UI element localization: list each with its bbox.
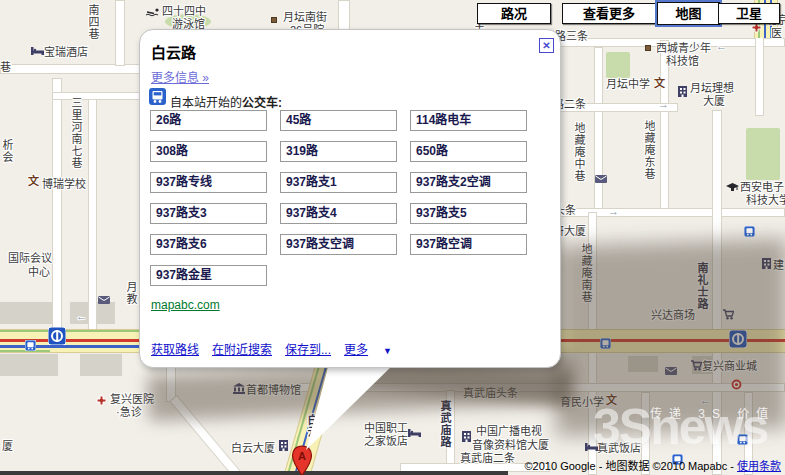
bus-route-grid: 26路45路114路电车308路319路650路937路专线937路支1937路… — [150, 110, 552, 296]
building-block — [0, 354, 58, 376]
bus-route-button[interactable]: 937路支1 — [280, 172, 397, 193]
bus-route-button[interactable]: 308路 — [150, 141, 267, 162]
map-label: 国际会议 — [8, 252, 52, 265]
see-more-button[interactable]: 查看更多 — [562, 3, 656, 24]
bus-route-button[interactable]: 937路金星 — [150, 265, 267, 286]
map-label: 博瑞学校 — [42, 178, 86, 191]
bus-route-button[interactable]: 114路电车 — [410, 110, 527, 131]
street — [594, 47, 603, 212]
more-info-link[interactable]: 更多信息 » — [151, 68, 209, 85]
map-label: 南四巷 — [86, 4, 99, 40]
cross-icon — [96, 395, 107, 406]
map-label: 中心 — [28, 266, 50, 279]
marker-a[interactable]: A — [291, 445, 313, 475]
bus-route-button[interactable]: 937路支空调 — [280, 234, 397, 255]
street-direction-arrow: ← — [76, 310, 87, 323]
park-area — [746, 128, 780, 180]
map-label: 科技大学 — [746, 194, 785, 207]
dot-icon — [645, 45, 651, 51]
map-label: 医 — [771, 27, 782, 40]
popup-title: 白云路 — [151, 41, 196, 62]
building-icon — [678, 86, 687, 97]
close-icon[interactable]: ✕ — [539, 38, 554, 53]
watermark-slogan: 传递 3S 价值 — [650, 404, 775, 421]
map-label: 巷 — [0, 61, 11, 74]
bus-route-button[interactable]: 937路支4 — [280, 203, 397, 224]
info-popup: 白云路 更多信息 » 自本站开始的公交车: 26路45路114路电车308路31… — [139, 29, 561, 368]
map-label: 真武庙二条 — [460, 452, 515, 465]
bus-route-button[interactable]: 45路 — [280, 110, 397, 131]
hotel-icon — [31, 46, 44, 56]
map-label: 月坛中学 — [606, 78, 650, 91]
map-label: 音像资料馆大厦 — [472, 439, 549, 452]
terms-link[interactable]: 使用条款 — [737, 460, 781, 472]
bus-route-button[interactable]: 937路支3 — [150, 203, 267, 224]
bus-route-button[interactable]: 937路支2空调 — [410, 172, 527, 193]
traffic-button[interactable]: 路况 — [477, 3, 551, 24]
bottom-strip — [0, 471, 508, 475]
map-label: 月坛理想 — [690, 82, 734, 95]
building-block — [0, 302, 55, 324]
map-label: 析会 — [0, 139, 13, 163]
swim-icon — [146, 8, 160, 17]
map-label: 月坛南街 — [283, 11, 327, 24]
map-label: 白云大厦 — [231, 442, 275, 455]
dot-icon — [271, 17, 277, 23]
subway-icon — [48, 327, 66, 345]
school-icon: 文 — [28, 176, 39, 187]
street — [115, 0, 125, 66]
map-label: 地藏庵中巷 — [572, 122, 585, 182]
map-label: 西安电子 — [740, 181, 784, 194]
bus-icon — [744, 226, 755, 237]
map-label: 科技馆 — [666, 55, 699, 68]
map-label: 中国职工 — [364, 422, 408, 435]
street-direction-arrow: → — [608, 205, 619, 218]
mapabc-link[interactable]: mapabc.com — [151, 298, 220, 312]
search-nearby-link[interactable]: 在附近搜索 — [212, 343, 272, 357]
dropdown-arrow-icon: ▼ — [383, 346, 392, 356]
map-label: ·急诊 — [116, 406, 142, 419]
bus-route-button[interactable]: 937路空调 — [410, 234, 527, 255]
bus-icon — [25, 340, 36, 351]
map-label: 中国广播电视 — [476, 425, 542, 438]
park-area — [606, 52, 630, 78]
satellite-mode-button[interactable]: 卫星 — [718, 3, 780, 24]
envelope-icon — [98, 296, 110, 304]
map-screen: 南四巷宝瑞酒店巷三里河南七巷析会博瑞学校国际会议中心月教复兴医院·急诊厦四十四中… — [0, 0, 785, 475]
street — [88, 95, 97, 333]
gradcap-icon — [726, 183, 739, 192]
map-label: 宝瑞酒店 — [44, 46, 88, 59]
popup-actions: 获取路线在附近搜索保存到...更多▼ — [151, 340, 392, 357]
bus-route-button[interactable]: 937路支5 — [410, 203, 527, 224]
street — [338, 0, 350, 32]
marker-letter: A — [298, 450, 306, 462]
street-direction-arrow: → — [658, 98, 669, 111]
school-icon: 文 — [654, 78, 665, 89]
building-icon — [462, 431, 471, 442]
map-label: 地藏庵东巷 — [642, 120, 655, 180]
map-label: 厦 — [2, 440, 13, 453]
street — [548, 208, 785, 217]
hotel-icon — [408, 428, 421, 438]
envelope-icon — [595, 175, 607, 183]
map-label: 四十四中 — [162, 5, 206, 18]
bus-route-button[interactable]: 937路支6 — [150, 234, 267, 255]
bus-section-caption: 自本站开始的公交车: — [170, 93, 282, 110]
map-label: 三里河南七巷 — [69, 97, 82, 169]
bus-route-button[interactable]: 26路 — [150, 110, 267, 131]
attribution-text: ©2010 Google - 地图数据 ©2010 Mapabc - — [525, 460, 737, 472]
street — [52, 78, 62, 333]
map-label: 月教 — [124, 281, 137, 305]
building-icon — [279, 440, 288, 451]
bus-route-button[interactable]: 319路 — [280, 141, 397, 162]
map-label: 西城青少年 — [656, 42, 711, 55]
map-mode-button[interactable]: 地图 — [657, 2, 720, 25]
bus-route-button[interactable]: 650路 — [410, 141, 527, 162]
street-direction-arrow: ← — [716, 40, 727, 53]
map-label: 之家饭店 — [364, 435, 408, 448]
bus-route-button[interactable]: 937路专线 — [150, 172, 267, 193]
street — [52, 92, 140, 100]
save-to-link[interactable]: 保存到... — [285, 343, 331, 357]
get-directions-link[interactable]: 获取路线 — [151, 343, 199, 357]
more-link[interactable]: 更多 — [344, 343, 368, 357]
